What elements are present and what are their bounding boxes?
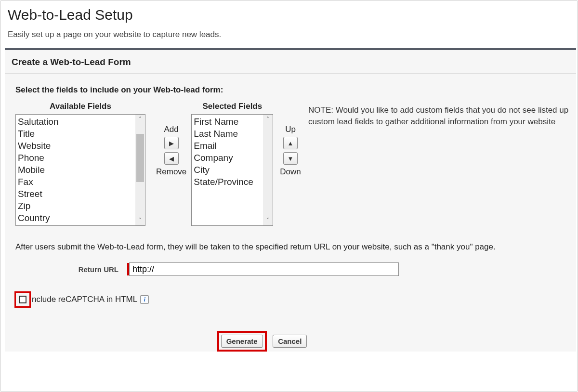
page-title: Web-to-Lead Setup [8,7,577,23]
field-select-instruction: Select the fields to include on your Web… [15,85,576,95]
recaptcha-label: nclude reCAPTCHA in HTML [32,295,137,304]
panel-title: Create a Web-to-Lead Form [5,50,576,74]
remove-button[interactable]: ◀ [164,152,179,165]
arrow-left-icon: ◀ [169,155,174,162]
scroll-down-icon[interactable]: ˅ [135,216,145,225]
custom-fields-note: NOTE: Would you like to add custom field… [308,105,578,128]
arrow-up-icon: ▲ [288,140,294,147]
list-item[interactable]: State/Province [194,176,261,188]
list-item[interactable]: City [194,164,261,176]
recaptcha-highlight [14,291,31,308]
list-item[interactable]: Country [18,212,133,224]
generate-button[interactable]: Generate [221,335,263,348]
add-button[interactable]: ▶ [164,137,179,149]
available-fields-label: Available Fields [15,102,145,111]
selected-fields-label: Selected Fields [191,102,273,111]
page-subtitle: Easily set up a page on your website to … [8,30,577,39]
arrow-down-icon: ▼ [288,155,294,162]
return-url-label: Return URL [15,265,127,274]
scroll-up-icon[interactable]: ˄ [263,115,273,124]
form-panel: Create a Web-to-Lead Form Select the fie… [5,48,576,352]
move-down-button[interactable]: ▼ [283,152,298,165]
return-url-description: After users submit the Web-to-Lead form,… [15,242,576,252]
scroll-up-icon[interactable]: ˄ [135,115,145,124]
list-item[interactable]: Company [194,152,261,164]
list-item[interactable]: Zip [18,200,133,212]
recaptcha-checkbox[interactable] [19,296,26,303]
generate-highlight: Generate [217,331,267,352]
remove-label: Remove [156,167,186,177]
scroll-down-icon[interactable]: ˅ [263,216,273,225]
info-icon[interactable]: i [140,295,149,304]
return-url-input[interactable] [129,262,399,276]
up-label: Up [285,125,296,134]
available-fields-listbox[interactable]: SalutationTitleWebsitePhoneMobileFaxStre… [15,114,145,226]
list-item[interactable]: Mobile [18,164,133,176]
list-item[interactable]: First Name [194,116,261,128]
list-item[interactable]: Title [18,128,133,140]
available-scrollbar[interactable]: ˄ ˅ [135,115,145,225]
list-item[interactable]: Website [18,140,133,152]
list-item[interactable]: Street [18,188,133,200]
cancel-button[interactable]: Cancel [273,335,307,348]
move-up-button[interactable]: ▲ [283,137,298,149]
list-item[interactable]: Email [194,140,261,152]
list-item[interactable]: Fax [18,176,133,188]
selected-scrollbar[interactable]: ˄ ˅ [263,115,273,225]
arrow-right-icon: ▶ [169,140,174,147]
selected-fields-listbox[interactable]: First NameLast NameEmailCompanyCityState… [191,114,273,226]
add-label: Add [164,125,179,134]
list-item[interactable]: Phone [18,152,133,164]
list-item[interactable]: Last Name [194,128,261,140]
down-label: Down [280,167,301,177]
list-item[interactable]: Salutation [18,116,133,128]
